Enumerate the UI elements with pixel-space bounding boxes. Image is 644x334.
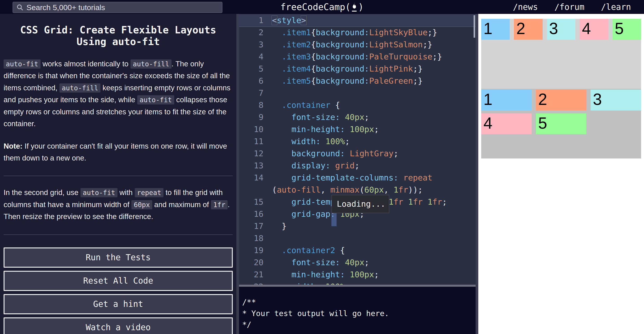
line-number: 19: [239, 244, 264, 256]
preview-grid1: 12345: [481, 19, 641, 40]
code-text: .container2 {: [264, 244, 345, 256]
code-text: (auto-fill, minmax(60px, 1fr));: [264, 184, 423, 196]
action-buttons: Run the TestsReset All CodeGet a hintWat…: [4, 248, 233, 334]
grid-item-1: 1: [481, 19, 510, 40]
line-number: 8: [239, 99, 264, 111]
line-number: 6: [239, 75, 264, 87]
divider: [4, 234, 233, 235]
code-line[interactable]: 20 font-size: 40px;: [239, 256, 476, 268]
nav-link-learn[interactable]: /learn: [601, 2, 631, 12]
code-line[interactable]: 6 .item5{background:PaleGreen;}: [239, 75, 476, 87]
code-text: font-size: 40px;: [264, 256, 369, 268]
line-number: 21: [239, 268, 264, 281]
code-text: [264, 87, 272, 99]
left-splitter[interactable]: [236, 14, 239, 334]
line-number: 10: [239, 123, 264, 136]
nav-link-news[interactable]: /news: [513, 2, 538, 12]
grid-item-3: 3: [547, 19, 576, 40]
inline-code: auto-fill: [60, 84, 100, 92]
grid-item-3: 3: [591, 90, 641, 110]
code-text: .item2{background:LightSalmon;}: [264, 38, 432, 51]
editor-cursor: [332, 212, 336, 226]
line-number: 11: [239, 136, 264, 148]
code-line[interactable]: 22 width: 100%;: [239, 281, 476, 285]
line-number: 9: [239, 111, 264, 123]
code-line[interactable]: 11 width: 100%;: [239, 136, 476, 148]
lesson-panel: CSS Grid: Create Flexible Layouts Using …: [0, 14, 236, 334]
get-a-hint-button[interactable]: Get a hint: [4, 294, 233, 314]
line-number: 12: [239, 148, 264, 160]
code-line[interactable]: 8 .container {: [239, 99, 476, 111]
code-line[interactable]: (auto-fill, minmax(60px, 1fr));: [239, 184, 476, 196]
code-text: font-size: 40px;: [264, 111, 369, 123]
code-line[interactable]: 1<style>: [239, 14, 476, 26]
line-number: 5: [239, 63, 264, 75]
code-line[interactable]: 10 min-height: 100px;: [239, 123, 476, 136]
code-line[interactable]: 5 .item4{background:LightPink;}: [239, 63, 476, 75]
inline-code: auto-fit: [137, 95, 174, 104]
lesson-description: auto-fit works almost identically to aut…: [4, 58, 233, 130]
code-text: grid-template-columns: repeat: [264, 172, 432, 184]
run-the-tests-button[interactable]: Run the Tests: [4, 248, 233, 268]
preview-pane: 12345 12345: [478, 14, 644, 334]
code-text: width: 100%;: [264, 136, 350, 148]
code-text: display: grid;: [264, 160, 360, 172]
code-line[interactable]: 17 }: [239, 220, 476, 232]
code-line[interactable]: 3 .item2{background:LightSalmon;}: [239, 38, 476, 51]
editor-scrollbar[interactable]: [474, 15, 475, 38]
grid-item-5: 5: [536, 114, 586, 134]
code-line[interactable]: 13 display: grid;: [239, 160, 476, 172]
code-text: <style>: [264, 14, 306, 26]
logo-text-left: freeCodeCamp(: [280, 2, 350, 12]
grid-item-5: 5: [612, 19, 641, 40]
inline-code: 1fr: [211, 200, 228, 209]
inline-code: 60px: [132, 200, 152, 209]
code-text: min-height: 100px;: [264, 123, 379, 136]
line-number: 17: [239, 220, 264, 232]
watch-a-video-button[interactable]: Watch a video: [4, 318, 233, 334]
line-number: 13: [239, 160, 264, 172]
code-line[interactable]: 14 grid-template-columns: repeat: [239, 172, 476, 184]
inline-code: repeat: [135, 188, 164, 197]
nav-links: /news/forum/learn: [513, 0, 631, 14]
nav-link-forum[interactable]: /forum: [554, 2, 584, 12]
inline-code: auto-fill: [130, 60, 172, 68]
code-line[interactable]: 4 .item3{background:PaleTurquoise;}: [239, 51, 476, 63]
code-text: width: 100%;: [264, 281, 350, 285]
divider: [4, 176, 233, 176]
code-line[interactable]: 19 .container2 {: [239, 244, 476, 256]
flame-icon: [351, 2, 358, 12]
page-title: CSS Grid: Create Flexible Layouts Using …: [4, 24, 233, 48]
code-text: .item4{background:LightPink;}: [264, 63, 423, 75]
code-text: .item5{background:PaleGreen;}: [264, 75, 423, 87]
inline-code: auto-fit: [80, 188, 118, 197]
line-number: 4: [239, 51, 264, 63]
code-line[interactable]: 21 min-height: 100px;: [239, 268, 476, 281]
code-line[interactable]: 2 .item1{background:LightSkyBlue;}: [239, 26, 476, 38]
code-editor[interactable]: 1<style>2 .item1{background:LightSkyBlue…: [239, 14, 476, 285]
grid-item-2: 2: [514, 19, 542, 40]
right-splitter[interactable]: [476, 14, 478, 334]
lesson-note: Note: If your container can't fit all yo…: [4, 140, 233, 164]
inline-code: auto-fit: [4, 60, 40, 68]
line-number: 3: [239, 38, 264, 51]
code-line[interactable]: 7: [239, 87, 476, 99]
preview-container1: 12345: [481, 19, 641, 89]
line-number: 22: [239, 281, 264, 285]
code-line[interactable]: 9 font-size: 40px;: [239, 111, 476, 123]
line-number: 2: [239, 26, 264, 38]
code-line[interactable]: 18: [239, 232, 476, 244]
code-text: background: LightGray;: [264, 148, 398, 160]
code-rows: 1<style>2 .item1{background:LightSkyBlue…: [239, 14, 476, 285]
line-number: [239, 184, 264, 196]
code-line[interactable]: 12 background: LightGray;: [239, 148, 476, 160]
preview-container2: 12345: [481, 89, 641, 158]
output-splitter[interactable]: [239, 285, 476, 287]
code-text: .item1{background:LightSkyBlue;}: [264, 26, 437, 38]
code-text: [264, 232, 272, 244]
line-number: 20: [239, 256, 264, 268]
code-text: min-height: 100px;: [264, 268, 379, 281]
reset-all-code-button[interactable]: Reset All Code: [4, 271, 233, 291]
line-number: 15: [239, 196, 264, 208]
note-label: Note:: [4, 142, 22, 150]
